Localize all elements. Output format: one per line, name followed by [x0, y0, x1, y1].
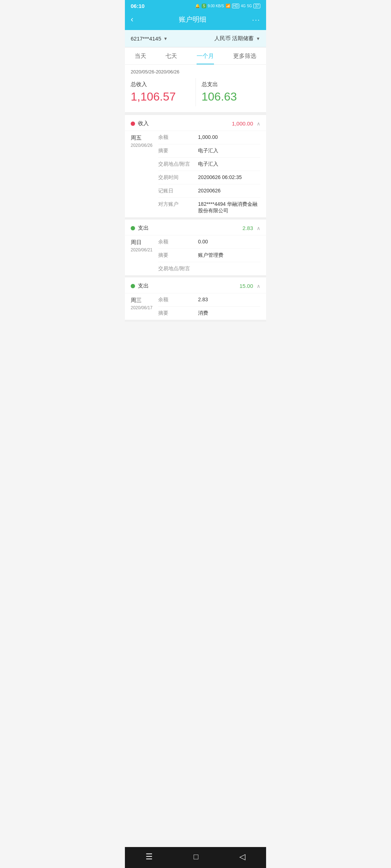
account-type: 人民币 活期储蓄 [214, 35, 254, 42]
header: ‹ 账户明细 ··· [125, 11, 266, 30]
detail-value: 电子汇入 [198, 148, 260, 154]
status-bar: 06:10 🔔 S 9.00 KB/S 📶 HD 4G 5G 37 [125, 0, 266, 11]
account-selector: 6217***4145 ▼ 人民币 活期储蓄 ▼ [125, 30, 266, 47]
type-dot-0 [131, 122, 135, 126]
tab-one-month[interactable]: 一个月 [197, 52, 214, 64]
detail-row: 余额 0.00 [158, 235, 260, 249]
detail-label: 对方账户 [158, 201, 198, 214]
entry-weekday-0: 周五 [131, 135, 152, 141]
entry-date-2: 2020/06/17 [131, 305, 152, 310]
income-label: 总收入 [131, 81, 190, 88]
date-range: 2020/05/26-2020/06/26 [131, 69, 260, 75]
detail-value: 电子汇入 [198, 161, 260, 167]
detail-label: 摘要 [158, 252, 198, 259]
entry-date-1: 2020/06/21 [131, 247, 152, 252]
account-type-selector[interactable]: 人民币 活期储蓄 ▼ [214, 35, 260, 42]
transaction-entry-0: 收入 1,000.00 ∧ 周五 2020/06/26 余额 1,000.00 [125, 115, 266, 220]
summary-section: 2020/05/26-2020/06/26 总收入 1,106.57 总支出 1… [125, 65, 266, 115]
income-amount: 1,106.57 [131, 90, 190, 103]
shield-icon: S [202, 4, 206, 8]
detail-value: 消费 [198, 310, 260, 316]
detail-label: 交易地点/附言 [158, 265, 198, 272]
entry-type-1: 支出 [138, 225, 149, 231]
entry-header-0[interactable]: 收入 1,000.00 ∧ [125, 115, 266, 131]
entry-weekday-1: 周日 [131, 239, 152, 246]
back-button[interactable]: ‹ [131, 15, 133, 24]
entry-date-0: 2020/06/26 [131, 143, 152, 148]
detail-row: 交易时间 20200626 06:02:35 [158, 171, 260, 184]
detail-value: 1,000.00 [198, 134, 260, 141]
entry-header-2[interactable]: 支出 15.00 ∧ [125, 277, 266, 293]
detail-label: 余额 [158, 297, 198, 303]
detail-row: 余额 2.83 [158, 293, 260, 307]
transaction-entry-2: 支出 15.00 ∧ 周三 2020/06/17 余额 2.83 摘要 [125, 277, 266, 322]
income-summary: 总收入 1,106.57 [131, 78, 196, 106]
detail-label: 记账日 [158, 188, 198, 194]
detail-label: 摘要 [158, 310, 198, 316]
entry-date-block-2: 周三 2020/06/17 [125, 293, 158, 320]
entry-date-block-1: 周日 2020/06/21 [125, 235, 158, 275]
expense-label: 总支出 [202, 81, 261, 88]
hd-badge: HD [232, 4, 239, 8]
entry-amount-2: 15.00 [239, 283, 253, 289]
account-dropdown-icon: ▼ [163, 36, 168, 41]
entry-date-block-0: 周五 2020/06/26 [125, 131, 158, 217]
account-type-dropdown-icon: ▼ [256, 36, 260, 41]
expense-summary: 总支出 106.63 [196, 78, 261, 106]
tab-today[interactable]: 当天 [135, 52, 146, 64]
detail-value: 账户管理费 [198, 252, 260, 259]
wifi-icon: 📶 [226, 4, 231, 8]
tab-seven-days[interactable]: 七天 [165, 52, 177, 64]
entry-header-left-1: 支出 [131, 225, 149, 231]
account-number-selector[interactable]: 6217***4145 ▼ [131, 35, 168, 42]
type-dot-2 [131, 284, 135, 288]
entry-header-left-0: 收入 [131, 120, 149, 127]
detail-row: 交易地点/附言 [158, 262, 260, 275]
tab-more-filter[interactable]: 更多筛选 [233, 52, 256, 64]
transaction-entry-1: 支出 2.83 ∧ 周日 2020/06/21 余额 0.00 摘要 [125, 220, 266, 277]
bell-icon: 🔔 [195, 4, 200, 8]
entry-details-1: 余额 0.00 摘要 账户管理费 交易地点/附言 [158, 235, 266, 275]
chevron-icon-1: ∧ [257, 225, 260, 231]
detail-value: 182****4494 华融消费金融股份有限公司 [198, 201, 260, 214]
status-time: 06:10 [131, 3, 144, 9]
detail-row: 摘要 电子汇入 [158, 144, 260, 158]
summary-row: 总收入 1,106.57 总支出 106.63 [131, 78, 260, 106]
detail-label: 余额 [158, 239, 198, 245]
filter-tabs: 当天 七天 一个月 更多筛选 [125, 47, 266, 65]
detail-row: 对方账户 182****4494 华融消费金融股份有限公司 [158, 198, 260, 217]
detail-label: 交易时间 [158, 174, 198, 181]
entry-details-2: 余额 2.83 摘要 消费 [158, 293, 266, 320]
expense-amount: 106.63 [202, 90, 261, 103]
more-button[interactable]: ··· [252, 16, 260, 24]
detail-value: 20200626 06:02:35 [198, 174, 260, 181]
chevron-icon-2: ∧ [257, 283, 260, 289]
entry-header-1[interactable]: 支出 2.83 ∧ [125, 220, 266, 235]
entry-amount-1: 2.83 [243, 225, 253, 231]
speed-text: 9.00 KB/S [208, 4, 224, 8]
status-icons: 🔔 S 9.00 KB/S 📶 HD 4G 5G 37 [195, 4, 260, 8]
type-dot-1 [131, 226, 135, 230]
detail-row: 交易地点/附言 电子汇入 [158, 158, 260, 171]
entry-details-0: 余额 1,000.00 摘要 电子汇入 交易地点/附言 电子汇入 交易时间 20… [158, 131, 266, 217]
detail-value: 20200626 [198, 188, 260, 194]
detail-row: 余额 1,000.00 [158, 131, 260, 144]
signal2-text: 5G [247, 4, 252, 8]
entry-weekday-2: 周三 [131, 297, 152, 304]
transactions-container: 收入 1,000.00 ∧ 周五 2020/06/26 余额 1,000.00 [125, 115, 266, 322]
detail-value: 0.00 [198, 239, 260, 245]
entry-type-2: 支出 [138, 282, 149, 289]
detail-label: 余额 [158, 134, 198, 141]
detail-row: 摘要 账户管理费 [158, 249, 260, 262]
detail-row: 记账日 20200626 [158, 184, 260, 198]
account-number: 6217***4145 [131, 35, 161, 42]
detail-value [198, 265, 260, 272]
chevron-icon-0: ∧ [257, 121, 260, 127]
entry-type-0: 收入 [138, 120, 149, 127]
signal1-text: 4G [241, 4, 245, 8]
detail-value: 2.83 [198, 297, 260, 303]
detail-row: 摘要 消费 [158, 307, 260, 320]
detail-label: 交易地点/附言 [158, 161, 198, 167]
battery-icon: 37 [253, 4, 260, 8]
entry-amount-0: 1,000.00 [232, 120, 253, 127]
